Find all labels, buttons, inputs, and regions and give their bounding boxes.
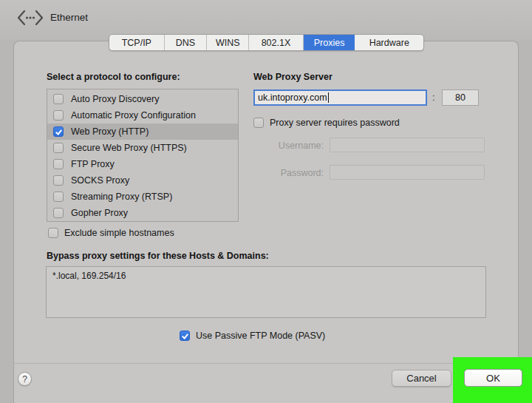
protocol-row[interactable]: Gopher Proxy	[47, 205, 238, 221]
protocol-list-label: Select a protocol to configure:	[47, 72, 180, 82]
protocol-label: Web Proxy (HTTP)	[71, 126, 149, 137]
network-preferences-window: Ethernet TCP/IP DNS WINS 802.1X Proxies …	[0, 0, 532, 403]
annotation-highlight-box: OK	[453, 357, 532, 403]
password-input[interactable]	[330, 165, 485, 180]
checkbox-checked-icon[interactable]	[53, 126, 64, 137]
checkbox-icon[interactable]	[48, 228, 58, 238]
proxy-port-input[interactable]: 80	[442, 89, 479, 106]
server-input-value: uk.intoproxy.com	[258, 92, 327, 103]
protocol-label: Secure Web Proxy (HTTPS)	[71, 143, 187, 153]
exclude-hostnames-checkbox[interactable]: Exclude simple hostnames	[48, 228, 174, 238]
username-label: Username:	[268, 140, 324, 151]
checkbox-checked-icon[interactable]	[180, 331, 190, 341]
settings-tabbar: TCP/IP DNS WINS 802.1X Proxies Hardware	[109, 34, 424, 51]
protocol-label: Streaming Proxy (RTSP)	[71, 192, 172, 202]
protocol-row[interactable]: Streaming Proxy (RTSP)	[47, 189, 238, 205]
cancel-button[interactable]: Cancel	[392, 370, 451, 387]
passive-ftp-checkbox[interactable]: Use Passive FTP Mode (PASV)	[180, 331, 325, 341]
protocol-label: FTP Proxy	[71, 159, 115, 169]
web-proxy-server-label: Web Proxy Server	[253, 72, 332, 82]
protocol-row[interactable]: Automatic Proxy Configuration	[47, 107, 238, 123]
checkbox-icon[interactable]	[53, 192, 64, 202]
footer-divider	[13, 363, 519, 364]
tab-hardware[interactable]: Hardware	[355, 35, 423, 50]
checkbox-icon[interactable]	[53, 94, 64, 104]
text-cursor	[328, 92, 329, 103]
protocol-label: Gopher Proxy	[71, 208, 128, 218]
exclude-hostnames-label: Exclude simple hostnames	[64, 228, 174, 238]
checkbox-icon[interactable]	[253, 118, 264, 128]
protocol-row[interactable]: Secure Web Proxy (HTTPS)	[47, 140, 238, 156]
connection-title: Ethernet	[50, 12, 88, 23]
protocol-label: Auto Proxy Discovery	[71, 94, 159, 104]
checkbox-icon[interactable]	[53, 143, 64, 153]
protocol-row[interactable]: Web Proxy (HTTP)	[47, 123, 238, 140]
bypass-label: Bypass proxy settings for these Hosts & …	[47, 251, 269, 261]
requires-password-label: Proxy server requires password	[270, 118, 400, 128]
bypass-hosts-textarea[interactable]: *.local, 169.254/16	[46, 266, 486, 318]
checkbox-icon[interactable]	[53, 159, 64, 169]
checkbox-icon[interactable]	[53, 110, 64, 121]
protocol-list: Auto Proxy Discovery Automatic Proxy Con…	[47, 89, 239, 222]
username-input[interactable]	[330, 138, 485, 152]
password-label: Password:	[268, 168, 324, 178]
ethernet-icon	[16, 8, 44, 27]
tab-tcpip[interactable]: TCP/IP	[109, 35, 165, 50]
requires-password-checkbox[interactable]: Proxy server requires password	[253, 118, 400, 128]
checkbox-icon[interactable]	[53, 175, 64, 186]
passive-ftp-label: Use Passive FTP Mode (PASV)	[196, 331, 325, 341]
tab-dns[interactable]: DNS	[165, 35, 208, 50]
tab-proxies[interactable]: Proxies	[304, 35, 355, 50]
port-separator: :	[432, 92, 434, 103]
web-proxy-server-input[interactable]: uk.intoproxy.com	[253, 89, 427, 106]
protocol-row[interactable]: FTP Proxy	[47, 156, 238, 172]
tab-wins[interactable]: WINS	[207, 35, 249, 50]
protocol-label: SOCKS Proxy	[71, 175, 129, 186]
protocol-row[interactable]: SOCKS Proxy	[47, 172, 238, 189]
port-input-value: 80	[455, 92, 466, 103]
help-button[interactable]: ?	[18, 372, 32, 386]
tab-8021x[interactable]: 802.1X	[249, 35, 304, 50]
ok-button[interactable]: OK	[464, 369, 522, 387]
checkbox-icon[interactable]	[53, 208, 64, 218]
protocol-row[interactable]: Auto Proxy Discovery	[47, 91, 238, 107]
protocol-label: Automatic Proxy Configuration	[71, 110, 196, 121]
